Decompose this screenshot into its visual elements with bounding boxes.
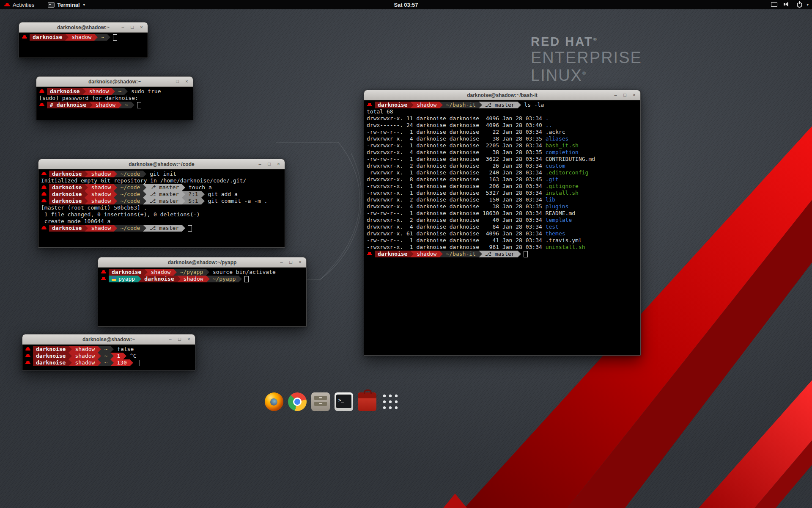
powerline-arrow [130,359,133,366]
term-seg-host: shadow [414,251,439,257]
term-seg-exe: .editorconfig [546,169,589,176]
terminal-content[interactable]: darknoiseshadow~/code git initInitialize… [38,169,285,247]
term-seg-path: ~/code [117,191,143,198]
term-seg-out: drwxrwxr-x. 4 darknoise darknoise 38 Jan… [367,135,546,142]
maximize-button[interactable]: □ [267,160,272,168]
close-button[interactable]: × [184,77,189,86]
app-grid-icon[interactable] [381,392,400,411]
minimize-button[interactable]: – [166,77,170,86]
redhat-prompt-icon [22,35,27,39]
titlebar[interactable]: darknoise@shadow:~ – □ × [19,22,148,33]
powerline-arrow [173,269,177,276]
term-seg-path: ~ [101,346,110,353]
close-button[interactable]: × [632,91,636,99]
watermark-linux: LINUX® [531,67,642,83]
term-seg-out: -rwxrwxr-x. 1 darknoise darknoise 5327 J… [367,190,546,196]
powerline-arrow [65,34,69,41]
powerline-arrow [98,346,101,353]
terminal-window-exit-codes[interactable]: darknoise@shadow:~ – □ × darknoiseshadow… [22,334,195,370]
terminal-content[interactable]: darknoiseshadow~/pyapp source bin/activa… [98,268,306,326]
term-seg-host: shadow [72,353,98,359]
term-seg-out: drwxrwxr-x. 4 darknoise darknoise 38 Jan… [367,203,546,210]
powerline-arrow [110,353,114,359]
term-seg-user: darknoise [49,171,85,177]
screen-icon[interactable] [770,1,778,8]
powerline-arrow [110,359,114,366]
system-status-area[interactable]: ▾ [768,1,812,9]
terminal-cursor [137,102,141,108]
terminal-glyph: >_ [338,398,344,403]
clock[interactable]: Sat 03:57 [0,2,812,8]
minimize-button[interactable]: – [279,258,284,267]
maximize-button[interactable]: □ [623,91,627,99]
term-seg-user: darknoise [375,102,410,108]
term-seg-user: darknoise [33,346,69,353]
chrome-icon[interactable] [288,392,307,411]
terminal-window-home-small[interactable]: darknoise@shadow:~ – □ × darknoiseshadow… [19,22,148,58]
minimize-button[interactable]: – [258,160,262,168]
files-icon[interactable] [311,392,330,411]
redhat-prompt-icon [41,185,47,190]
volume-icon[interactable] [783,1,790,8]
term-seg-out: -rwxrwxr-x. 1 darknoise darknoise 2205 J… [367,142,546,149]
term-seg-path: ~/pyapp [210,276,239,282]
term-seg-path: ~/code [117,184,143,191]
redhat-prompt-icon [101,276,106,281]
powerline-arrow [114,171,117,177]
powerline-arrow [138,276,141,282]
app-menu-terminal[interactable]: Terminal ▾ [48,2,85,8]
terminal-content[interactable]: darknoiseshadow~/bash-it⎇ master ls -lat… [364,100,640,355]
term-seg-dir: plugins [546,203,569,210]
term-seg-dir: aliases [546,135,569,142]
powerline-arrow [239,276,242,282]
titlebar[interactable]: darknoise@shadow:~ – □ × [22,334,195,345]
term-seg-exe: .gitignore [546,183,579,189]
terminal-window-pyapp[interactable]: darknoise@shadow:~/pyapp – □ × darknoise… [98,257,307,327]
terminal-window-code[interactable]: darknoise@shadow:~/code – □ × darknoises… [38,159,285,248]
minimize-button[interactable]: – [613,91,618,99]
watermark-enterprise: ENTERPRISE [531,50,642,66]
term-seg-host: shadow [86,88,112,95]
powerline-arrow [123,353,126,359]
redhat-prompt-icon [41,199,47,203]
term-seg-out: drwxrwxr-x. 4 darknoise darknoise 84 Jan… [367,224,546,230]
powerline-arrow [201,198,205,204]
terminal-content[interactable]: darknoiseshadow~ sudo true[sudo] passwor… [36,87,193,120]
term-seg-host: shadow [72,359,98,366]
term-seg-user: darknoise [49,191,85,198]
titlebar[interactable]: darknoise@shadow:~ – □ × [36,77,193,87]
activities-button[interactable]: Activities [0,2,38,8]
term-seg-file: .travis.yml [546,237,582,243]
term-seg-git: ⎇ master [146,198,182,204]
redhat-prompt-icon [101,270,106,274]
terminal-content[interactable]: darknoiseshadow~ [19,33,148,58]
toolbox-icon[interactable] [358,392,376,411]
maximize-button[interactable]: □ [177,335,182,344]
firefox-icon[interactable] [265,392,283,411]
titlebar[interactable]: darknoise@shadow:~/bash-it – □ × [364,90,640,100]
redhat-prompt-icon [25,353,30,358]
titlebar[interactable]: darknoise@shadow:~/pyapp – □ × [98,257,306,268]
close-button[interactable]: × [139,23,144,32]
titlebar[interactable]: darknoise@shadow:~/code – □ × [38,159,285,169]
close-button[interactable]: × [276,160,281,168]
minimize-button[interactable]: – [168,335,173,344]
maximize-button[interactable]: □ [175,77,180,86]
minimize-button[interactable]: – [121,23,125,32]
powerline-arrow [182,184,185,191]
powerline-arrow [439,251,443,257]
term-seg-exe: uninstall.sh [546,244,585,250]
terminal-content[interactable]: darknoiseshadow~ falsedarknoiseshadow~1 … [22,345,195,370]
power-icon[interactable] [796,1,803,8]
terminal-window-sudo[interactable]: darknoise@shadow:~ – □ × darknoiseshadow… [36,76,193,120]
close-button[interactable]: × [298,258,302,267]
powerline-arrow [518,251,521,257]
terminal-icon[interactable]: >_ [335,392,353,411]
maximize-button[interactable]: □ [288,258,293,267]
close-button[interactable]: × [187,335,191,344]
maximize-button[interactable]: □ [130,23,134,32]
terminal-window-bash-it[interactable]: darknoise@shadow:~/bash-it – □ × darknoi… [364,90,641,356]
powerline-arrow [182,225,185,232]
term-seg-exe: install.sh [546,190,579,196]
terminal-app-icon [48,2,55,8]
